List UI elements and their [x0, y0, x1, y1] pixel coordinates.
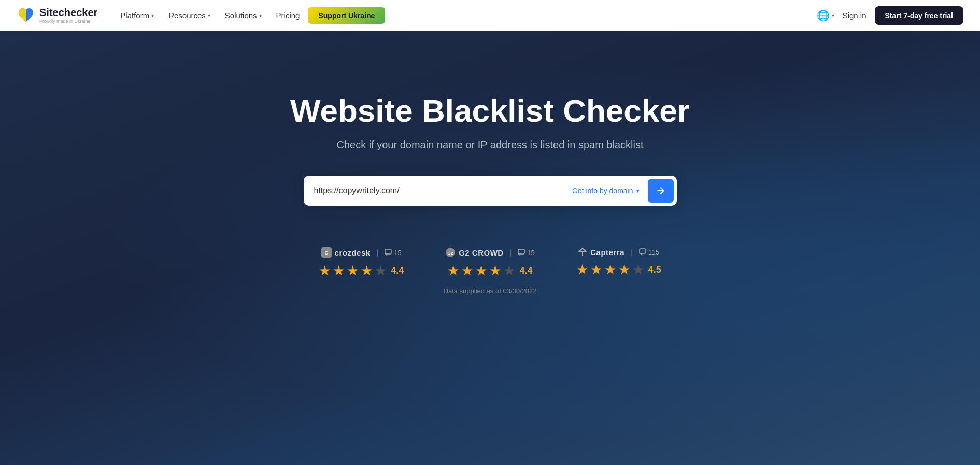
nav-right: 🌐 ▾ Sign in Start 7-day free trial [817, 6, 963, 25]
search-input[interactable] [314, 186, 564, 195]
nav-platform-chevron: ▾ [151, 12, 154, 18]
nav-resources-chevron: ▾ [208, 12, 210, 18]
g2-star-4: ★ [489, 263, 501, 279]
logo-text: Sitechecker Proudly made in Ukraine [39, 7, 97, 24]
comment-icon-3 [639, 248, 646, 256]
cap-star-2: ★ [590, 262, 602, 278]
support-ukraine-button[interactable]: Support Ukraine [308, 7, 385, 24]
g2crowd-rating: G2 G2 CROWD | 15 ★ ★ ★ ★ ★ [445, 247, 535, 279]
nav-platform-label: Platform [120, 11, 149, 20]
logo-name: Sitechecker [39, 7, 97, 19]
capterra-label: Capterra [590, 248, 624, 257]
signin-button[interactable]: Sign in [843, 11, 867, 20]
arrow-right-icon [656, 186, 666, 196]
g2crowd-logo: G2 G2 CROWD [445, 247, 504, 258]
crozdesk-review-count: 15 [385, 249, 401, 257]
nav-links: Platform ▾ Resources ▾ Solutions ▾ Prici… [114, 7, 800, 24]
comment-icon-2 [518, 249, 525, 256]
svg-text:C: C [324, 250, 328, 256]
svg-text:G2: G2 [447, 251, 453, 256]
cap-star-5-empty: ★ [632, 262, 644, 278]
cap-star-3: ★ [604, 262, 616, 278]
search-submit-button[interactable] [648, 179, 674, 203]
capterra-stars: ★ ★ ★ ★ ★ 4.5 [576, 262, 661, 278]
get-info-dropdown[interactable]: Get info by domain ▾ [564, 187, 648, 195]
g2crowd-review-count: 15 [518, 249, 534, 257]
language-chevron: ▾ [832, 12, 834, 18]
get-info-chevron: ▾ [636, 188, 640, 194]
get-info-label: Get info by domain [572, 187, 633, 195]
nav-pricing-label: Pricing [276, 11, 300, 20]
g2-star-5-empty: ★ [503, 263, 515, 279]
capterra-count: 115 [648, 248, 660, 256]
star-1: ★ [319, 263, 331, 279]
globe-icon: 🌐 [817, 9, 830, 22]
g2-star-2: ★ [461, 263, 473, 279]
crozdesk-logo: C crozdesk [321, 247, 371, 258]
nav-solutions-label: Solutions [225, 11, 257, 20]
svg-rect-5 [518, 249, 524, 254]
g2crowd-icon: G2 [445, 247, 456, 258]
g2crowd-score: 4.4 [519, 265, 532, 276]
star-3: ★ [347, 263, 359, 279]
svg-rect-6 [640, 249, 646, 253]
nav-solutions[interactable]: Solutions ▾ [219, 7, 268, 24]
svg-rect-2 [385, 249, 391, 254]
star-4: ★ [361, 263, 373, 279]
nav-solutions-chevron: ▾ [259, 12, 262, 18]
crozdesk-divider: | [377, 248, 379, 257]
crozdesk-icon: C [321, 247, 332, 258]
ratings-section: C crozdesk | 15 ★ ★ ★ ★ ★ [319, 247, 661, 279]
crozdesk-stars: ★ ★ ★ ★ ★ 4.4 [319, 263, 404, 279]
crozdesk-count: 15 [394, 249, 401, 257]
g2-star-3: ★ [475, 263, 487, 279]
nav-resources-label: Resources [168, 11, 206, 20]
hero-subtitle: Check if your domain name or IP address … [336, 139, 643, 151]
capterra-review-count: 115 [639, 248, 660, 256]
trial-button[interactable]: Start 7-day free trial [875, 6, 964, 25]
logo[interactable]: Sitechecker Proudly made in Ukraine [17, 6, 97, 25]
star-5-empty: ★ [375, 263, 387, 279]
g2crowd-count: 15 [527, 249, 534, 257]
logo-tagline: Proudly made in Ukraine [39, 19, 97, 24]
crozdesk-header: C crozdesk | 15 [321, 247, 402, 258]
comment-icon [385, 249, 392, 256]
capterra-header: Capterra | 115 [578, 247, 659, 257]
capterra-divider: | [631, 248, 633, 256]
g2crowd-divider: | [510, 248, 512, 257]
g2crowd-stars: ★ ★ ★ ★ ★ 4.4 [447, 263, 532, 279]
hero-title: Website Blacklist Checker [290, 93, 690, 129]
capterra-score: 4.5 [648, 264, 661, 275]
search-box: Get info by domain ▾ [304, 176, 677, 206]
navbar: Sitechecker Proudly made in Ukraine Plat… [0, 0, 980, 31]
nav-pricing[interactable]: Pricing [270, 7, 306, 24]
hero-section: Website Blacklist Checker Check if your … [0, 31, 980, 465]
capterra-logo: Capterra [578, 247, 624, 257]
crozdesk-rating: C crozdesk | 15 ★ ★ ★ ★ ★ [319, 247, 404, 279]
g2crowd-header: G2 G2 CROWD | 15 [445, 247, 535, 258]
data-supplied-note: Data supplied as of 03/30/2022 [444, 287, 537, 295]
capterra-icon [578, 247, 587, 257]
crozdesk-score: 4.4 [391, 265, 404, 276]
g2-star-1: ★ [447, 263, 459, 279]
nav-platform[interactable]: Platform ▾ [114, 7, 160, 24]
star-2: ★ [333, 263, 345, 279]
crozdesk-label: crozdesk [335, 248, 371, 257]
language-selector[interactable]: 🌐 ▾ [817, 9, 834, 22]
capterra-rating: Capterra | 115 ★ ★ ★ ★ ★ 4.5 [576, 247, 661, 278]
cap-star-1: ★ [576, 262, 588, 278]
logo-icon [17, 6, 35, 25]
cap-star-4: ★ [618, 262, 630, 278]
nav-resources[interactable]: Resources ▾ [162, 7, 217, 24]
g2crowd-label: G2 CROWD [459, 248, 504, 257]
